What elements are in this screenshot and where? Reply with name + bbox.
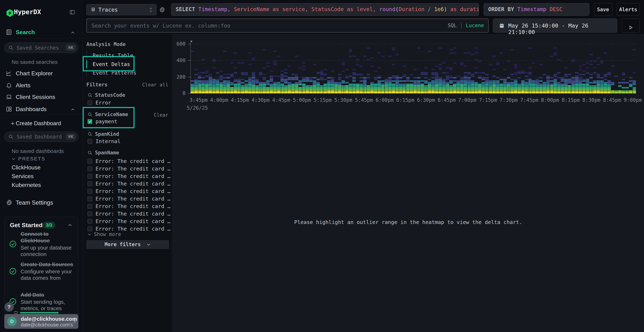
filters-label: Filters: [86, 82, 108, 88]
x-axis-tick-label: 4:30pm: [249, 97, 272, 103]
filter-option-internal[interactable]: Internal: [88, 138, 120, 144]
search-icon[interactable]: [88, 93, 92, 98]
duration-heatmap[interactable]: [191, 40, 636, 94]
sidebar-item-team-settings[interactable]: Team Settings: [0, 199, 82, 207]
chevron-down-icon: [11, 156, 16, 161]
run-query-button[interactable]: [622, 18, 640, 32]
hyperdx-logo-icon: [6, 9, 14, 17]
search-icon[interactable]: [88, 132, 92, 137]
filter-option-spanname[interactable]: Error: The credit card …: [88, 226, 170, 232]
source-select[interactable]: Traces: [86, 4, 156, 15]
help-button[interactable]: ?: [4, 302, 14, 312]
filter-option-spanname[interactable]: Error: The credit card …: [88, 188, 170, 194]
database-icon: [90, 7, 96, 12]
filter-group-statuscode: StatusCode: [88, 92, 125, 98]
sql-token: /: [424, 6, 434, 12]
saved-dashboards-input[interactable]: [16, 133, 62, 140]
filter-option-spanname[interactable]: Error: The credit card …: [88, 173, 170, 179]
source-select-value: Traces: [98, 6, 118, 13]
filter-option-spanname[interactable]: Error: The credit card …: [88, 166, 170, 172]
get-started-item[interactable]: Connect to ClickHouse Set up your databa…: [9, 230, 74, 258]
filter-option-payment[interactable]: payment: [88, 118, 117, 124]
mode-results-table[interactable]: Results Table: [93, 52, 150, 58]
chevron-up-icon[interactable]: [68, 223, 72, 228]
preset-item[interactable]: Services: [12, 173, 34, 180]
user-menu[interactable]: D dale@clickhouse.com dale@clickhouse.co…: [4, 314, 78, 329]
x-axis-tick-label: 8:45pm: [600, 97, 624, 103]
sql-token: round: [379, 6, 395, 12]
checkbox-unchecked[interactable]: [88, 166, 92, 171]
event-search-input[interactable]: [91, 20, 450, 31]
preset-item[interactable]: Kubernetes: [12, 182, 41, 188]
get-started-item[interactable]: Add Data Start sending logs, metrics, or…: [9, 292, 74, 312]
x-axis-tick-label: 8:00pm: [538, 97, 562, 103]
chevron-up-icon[interactable]: [70, 107, 75, 112]
filter-option-error[interactable]: Error: [88, 100, 111, 106]
filter-option-spanname[interactable]: Error: The credit card …: [88, 181, 170, 187]
filter-option-spanname[interactable]: Error: The credit card …: [88, 196, 170, 202]
saved-dashboards-search[interactable]: ⌘K: [4, 132, 78, 142]
filter-option-spanname[interactable]: Error: The credit card …: [88, 158, 170, 164]
filter-option-spanname[interactable]: Error: The credit card …: [88, 211, 170, 217]
search-icon[interactable]: [88, 150, 92, 155]
sql-token: StatusCode as level: [312, 6, 373, 12]
saved-searches-input[interactable]: [16, 44, 62, 51]
clear-all-button[interactable]: Clear all: [140, 82, 168, 88]
clear-servicename-button[interactable]: Clear: [143, 112, 168, 118]
checkbox-unchecked[interactable]: [88, 100, 92, 105]
sidebar-item-dashboards[interactable]: Dashboards: [0, 106, 82, 114]
x-axis-tick-label: 5:15pm: [311, 97, 334, 103]
filter-option-spanname[interactable]: Error: The credit card …: [88, 218, 170, 224]
more-filters-button[interactable]: More filters: [86, 240, 169, 249]
checkbox-checked[interactable]: [88, 119, 92, 124]
filter-option-label: Error: The credit card …: [96, 196, 170, 202]
y-axis-tick-label: 400: [172, 58, 186, 63]
checkbox-unchecked[interactable]: [88, 212, 92, 216]
saved-searches-search[interactable]: ⌘K: [4, 42, 78, 53]
x-axis-tick-label: 5:45pm: [352, 97, 376, 103]
filter-option-spanname[interactable]: Error: The credit card …: [88, 203, 170, 209]
search-icon[interactable]: [88, 112, 92, 117]
check-icon: [88, 120, 92, 123]
sidebar-item-alerts[interactable]: Alerts: [0, 82, 82, 90]
checkbox-unchecked[interactable]: [88, 189, 92, 194]
checkbox-unchecked[interactable]: [88, 219, 92, 224]
save-button[interactable]: Save: [594, 3, 612, 16]
sql-query-editor[interactable]: SELECT Timestamp, ServiceName as service…: [171, 3, 479, 16]
y-tick-mark: [188, 44, 190, 44]
sidebar-item-client-sessions[interactable]: Client Sessions: [0, 94, 82, 101]
sidebar-item-chart-explorer[interactable]: Chart Explorer: [0, 70, 82, 78]
y-axis-tick-label: 600: [172, 41, 186, 47]
mode-event-deltas[interactable]: Event Deltas: [93, 61, 150, 67]
create-dashboard-button[interactable]: Create Dashboard: [0, 120, 82, 128]
gear-icon[interactable]: [159, 6, 166, 13]
checkbox-unchecked[interactable]: [88, 139, 92, 144]
checkbox-unchecked[interactable]: [88, 174, 92, 179]
avatar: D: [7, 316, 17, 326]
chevron-up-icon[interactable]: [70, 30, 75, 35]
lang-sql-button[interactable]: SQL: [448, 22, 457, 28]
checkbox-unchecked[interactable]: [88, 182, 92, 186]
panel-toggle-icon[interactable]: [70, 9, 75, 15]
checkbox-unchecked[interactable]: [88, 196, 92, 201]
show-more-button[interactable]: Show more: [87, 231, 121, 237]
presets-toggle[interactable]: PRESETS: [11, 156, 46, 162]
mode-event-patterns[interactable]: Event Patterns: [93, 70, 150, 76]
preset-item[interactable]: ClickHouse: [12, 164, 40, 171]
checkbox-unchecked[interactable]: [88, 159, 92, 164]
lang-lucene-button[interactable]: Lucene: [466, 22, 484, 28]
sql-token: ,: [373, 6, 379, 12]
alerts-button[interactable]: Alerts: [617, 3, 640, 16]
order-by-editor[interactable]: ORDER BY Timestamp DESC: [484, 3, 589, 16]
checkbox-unchecked[interactable]: [88, 226, 92, 231]
user-workspace: dale@clickhouse.com's: [21, 322, 73, 328]
selector-chevrons-icon: [148, 7, 153, 12]
get-started-item[interactable]: Create Data Sources Configure where your…: [9, 261, 74, 281]
sidebar-item-search[interactable]: Search: [0, 28, 82, 36]
no-saved-searches-note: No saved searches: [12, 59, 58, 65]
filter-option-label: Error: The credit card …: [96, 226, 170, 232]
filter-group-name: SpanKind: [95, 131, 119, 137]
date-range-picker[interactable]: May 26 15:40:00 - May 26 21:10:00: [493, 18, 617, 32]
checkbox-unchecked[interactable]: [88, 204, 92, 209]
y-tick-mark: [188, 77, 190, 77]
